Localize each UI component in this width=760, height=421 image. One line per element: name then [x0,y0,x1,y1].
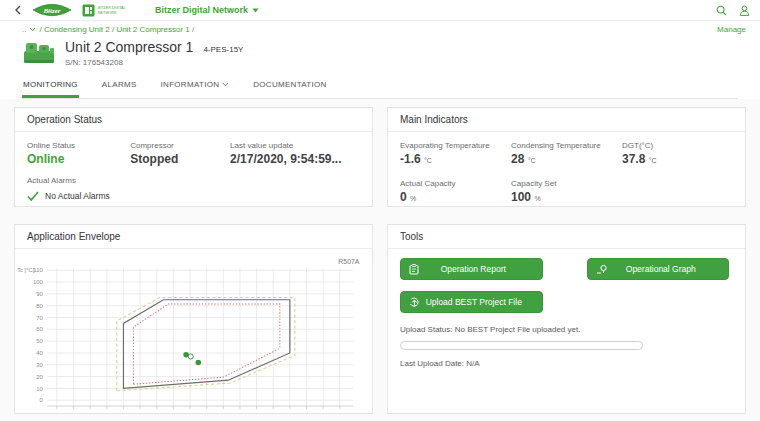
svg-text:80: 80 [36,303,43,309]
svg-text:90: 90 [36,291,43,297]
indicator-unit: °C [649,157,657,164]
chevron-down-icon [222,82,229,87]
svg-text:-20: -20 [136,412,145,414]
indicator-value: 37.8 [622,152,645,166]
report-icon [409,264,419,275]
chevron-down-icon [252,8,259,13]
last-upload-date-text: Last Upload Date: N/A [400,359,733,368]
indicator-condensing-temperature: Condensing Temperature 28 °C [511,141,622,166]
svg-text:110: 110 [33,267,43,273]
indicator-value: 28 [511,152,524,166]
svg-text:Tc [°C]: Tc [°C] [17,267,35,273]
svg-text:25: 25 [287,412,293,414]
svg-text:100: 100 [33,279,43,285]
operation-report-button[interactable]: Operation Report [400,258,543,280]
actual-alarms-value: No Actual Alarms [45,191,110,201]
last-update-value: 2/17/2020, 9:54:59... [230,152,360,166]
application-envelope-chart: 0102030405060708090100110-45-40-35-30-25… [15,253,368,414]
indicator-unit: °C [424,157,432,164]
tab-bar: MONITORING ALARMS INFORMATION DOCUMENTAT… [22,77,738,99]
svg-text:-40: -40 [69,412,78,414]
svg-text:10: 10 [36,386,43,392]
svg-text:NETWORK: NETWORK [98,11,117,15]
indicator-unit: % [534,195,540,202]
svg-text:Bitzer: Bitzer [42,7,60,15]
main-indicators-panel: Main Indicators Evaporating Temperature … [387,107,746,207]
svg-text:60: 60 [36,326,43,332]
unit-model: 4-PES-15Y [203,45,243,54]
svg-text:BITZER DIGITAL: BITZER DIGITAL [98,6,126,10]
panel-title: Main Indicators [388,108,745,132]
svg-text:0: 0 [39,397,43,403]
field-actual-alarms: Actual Alarms No Actual Alarms [27,176,360,201]
bdn-logo-icon [82,4,95,17]
operation-status-panel: Operation Status Online Status Online Co… [14,107,373,207]
bdn-logo-text: BITZER DIGITAL NETWORK [97,4,131,16]
breadcrumb[interactable]: .. / Condensing Unit 2 / Unit 2 Compress… [22,25,194,34]
breadcrumb-path[interactable]: / Condensing Unit 2 / Unit 2 Compressor … [39,25,194,34]
svg-text:-45: -45 [53,412,61,414]
indicator-actual-capacity: Actual Capacity 0 % [400,179,511,204]
app-title: Bitzer Digital Network [155,5,248,15]
svg-text:30: 30 [36,362,43,368]
tab-information[interactable]: INFORMATION [160,77,231,98]
online-status-value: Online [27,152,130,166]
operational-graph-button[interactable]: Operational Graph [587,258,730,280]
panel-title: Operation Status [15,108,372,132]
app-title-menu[interactable]: Bitzer Digital Network [155,5,259,15]
tab-documentation[interactable]: DOCUMENTATION [252,77,327,98]
svg-text:35: 35 [320,412,326,414]
compressor-value: Stopped [130,152,230,166]
unit-serial: S/N: 176543208 [65,58,243,67]
breadcrumb-collapsed[interactable]: .. [22,25,26,34]
compressor-image [22,39,56,67]
field-compressor: Compressor Stopped [130,141,230,166]
indicator-dgt: DGT(°C) 37.8 °C [622,141,733,166]
svg-text:5: 5 [222,412,225,414]
upload-status-text: Upload Status: No BEST Project File uplo… [400,325,733,334]
svg-text:-35: -35 [86,412,94,414]
indicator-unit: % [410,195,416,202]
svg-text:-15: -15 [153,412,161,414]
application-envelope-panel: Application Envelope 0102030405060708090… [14,224,373,414]
svg-text:20: 20 [36,374,43,380]
svg-text:0: 0 [205,412,209,414]
tools-panel: Tools Operation Report [387,224,746,414]
chevron-down-icon [29,27,36,32]
svg-text:30: 30 [303,412,310,414]
tab-alarms[interactable]: ALARMS [101,77,138,98]
svg-text:40: 40 [36,350,43,356]
indicator-evaporating-temperature: Evaporating Temperature -1.6 °C [400,141,511,166]
panel-title: Application Envelope [15,225,372,249]
main-content: Operation Status Online Status Online Co… [0,99,760,421]
back-button[interactable] [10,5,26,15]
check-icon [27,191,39,201]
graph-icon [596,264,608,275]
field-last-update: Last value update 2/17/2020, 9:54:59... [230,141,360,166]
svg-text:40: 40 [337,412,344,414]
svg-text:50: 50 [36,338,43,344]
svg-text:-10: -10 [169,412,178,414]
upload-progress-bar [400,341,643,350]
indicator-value: -1.6 [400,152,421,166]
user-icon[interactable] [739,5,750,16]
svg-text:-5: -5 [187,412,192,414]
svg-text:-25: -25 [119,412,127,414]
manage-link[interactable]: Manage [717,25,746,34]
tab-monitoring[interactable]: MONITORING [22,77,79,98]
bdn-logo: BITZER DIGITAL NETWORK [82,4,131,17]
page-title: Unit 2 Compressor 1 [65,39,193,55]
search-icon[interactable] [716,5,727,16]
svg-text:15: 15 [253,412,259,414]
top-bar: Bitzer BITZER DIGITAL NETWORK Bitzer Dig… [0,0,760,21]
svg-text:R507A: R507A [338,258,360,265]
svg-text:20: 20 [270,412,277,414]
svg-text:70: 70 [36,315,43,321]
indicator-capacity-set: Capacity Set 100 % [511,179,622,204]
upload-best-project-file-button[interactable]: Upload BEST Project File [400,291,543,313]
chevron-left-icon [14,5,22,15]
upload-icon [409,297,420,308]
svg-text:10: 10 [237,412,244,414]
bitzer-logo: Bitzer [32,2,72,18]
indicator-value: 0 [400,190,407,204]
